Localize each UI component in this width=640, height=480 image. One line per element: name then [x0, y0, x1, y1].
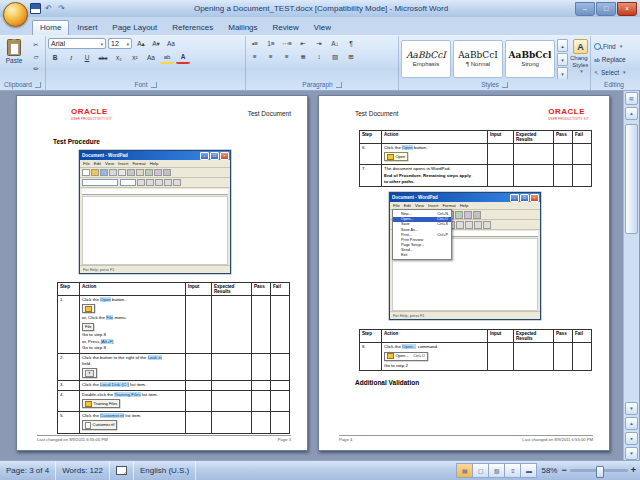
- undo-button[interactable]: ↶: [43, 3, 54, 15]
- wordpad-maximize-icon: □: [520, 194, 529, 202]
- increase-indent-button[interactable]: ⇥: [312, 38, 326, 49]
- multilevel-list-button[interactable]: ⋯≡: [280, 38, 294, 49]
- outline-view-button[interactable]: ≡: [504, 463, 521, 478]
- language-indicator[interactable]: English (U.S.): [134, 461, 196, 480]
- gallery-up-icon[interactable]: ▴: [557, 39, 568, 52]
- dialog-launcher-icon[interactable]: [151, 82, 157, 88]
- style-preview-text: AaBbCcl: [509, 51, 552, 60]
- proofing-status-button[interactable]: [110, 461, 134, 480]
- gallery-more-icon[interactable]: ▾: [557, 67, 568, 79]
- chip-line: [82, 368, 183, 378]
- align-right-button[interactable]: ≡: [280, 51, 294, 62]
- scroll-up-button[interactable]: ▲: [625, 107, 638, 120]
- pass-cell: [252, 353, 271, 381]
- page-3[interactable]: ORACLEUSER PRODUCTIVITY KITTest Document…: [16, 95, 308, 451]
- shrink-font-button[interactable]: A▾: [149, 38, 163, 49]
- font-family-combo[interactable]: Arial ▾: [48, 38, 106, 49]
- line-spacing-button[interactable]: ↕: [312, 51, 326, 62]
- tab-view[interactable]: View: [307, 21, 338, 35]
- previous-page-button[interactable]: ▲: [625, 417, 638, 430]
- next-page-button[interactable]: ▼: [625, 447, 638, 460]
- superscript-button[interactable]: x²: [128, 52, 142, 63]
- style-normal[interactable]: AaBbCcI¶ Normal: [453, 40, 503, 78]
- print-layout-view-button[interactable]: ▤: [456, 463, 473, 478]
- tab-home[interactable]: Home: [32, 20, 69, 35]
- web-layout-view-button[interactable]: ▧: [488, 463, 505, 478]
- ruler-toggle-button[interactable]: ▤: [625, 92, 638, 105]
- zoom-slider-track[interactable]: [570, 469, 628, 472]
- zoom-out-button[interactable]: −: [561, 466, 566, 475]
- find-button[interactable]: Find▾: [593, 40, 635, 52]
- tab-references[interactable]: References: [165, 21, 220, 35]
- scrollbar-track[interactable]: [624, 121, 639, 401]
- paste-button[interactable]: Paste: [2, 39, 26, 64]
- word-count-text: Words: 122: [62, 466, 103, 475]
- word-count-indicator[interactable]: Words: 122: [56, 461, 110, 480]
- save-button[interactable]: [30, 3, 41, 15]
- underline-button[interactable]: U: [80, 52, 94, 63]
- text-highlight-button[interactable]: ab: [160, 51, 174, 64]
- sort-button[interactable]: A↓: [328, 38, 342, 49]
- bold-button[interactable]: B: [48, 52, 62, 63]
- input-cell: [186, 390, 212, 411]
- chevron-down-icon: ▾: [126, 41, 129, 47]
- scrollbar-thumb[interactable]: [625, 124, 638, 234]
- change-styles-button[interactable]: A Change Styles ▾: [570, 39, 588, 74]
- zoom-slider-thumb[interactable]: [596, 466, 604, 478]
- dialog-launcher-icon[interactable]: [35, 82, 41, 88]
- maximize-button[interactable]: □: [596, 2, 616, 16]
- zoom-in-button[interactable]: +: [631, 466, 636, 475]
- style-strong[interactable]: AaBbCclStrong: [505, 40, 555, 78]
- grow-font-button[interactable]: A▴: [134, 38, 148, 49]
- copy-button[interactable]: ▱: [29, 51, 43, 62]
- fail-cell: [271, 353, 290, 381]
- tab-mailings[interactable]: Mailings: [221, 21, 264, 35]
- font-color-button[interactable]: A: [176, 51, 190, 64]
- expected-results-cell: [212, 411, 252, 433]
- justify-button[interactable]: ≣: [296, 51, 310, 62]
- menu-item-shortcut: Ctrl+O: [437, 217, 448, 221]
- wordpad-ruler: [82, 189, 228, 195]
- clear-formatting-button[interactable]: Aa: [164, 38, 178, 49]
- subscript-button[interactable]: x₂: [112, 52, 126, 63]
- format-painter-button[interactable]: ✏: [29, 63, 43, 74]
- page-number-indicator[interactable]: Page: 3 of 4: [0, 461, 56, 480]
- footer-left-text: Page 4: [339, 437, 352, 442]
- bullets-button[interactable]: •≡: [248, 38, 262, 49]
- show-hide-button[interactable]: ¶: [344, 38, 358, 49]
- tab-insert[interactable]: Insert: [70, 21, 104, 35]
- align-left-button[interactable]: ≡: [248, 51, 262, 62]
- close-button[interactable]: ×: [617, 2, 637, 16]
- italic-button[interactable]: I: [64, 52, 78, 63]
- fail-cell: [271, 411, 290, 433]
- office-button[interactable]: [3, 2, 28, 27]
- zoom-level-button[interactable]: 58%: [541, 466, 557, 475]
- dialog-launcher-icon[interactable]: [502, 82, 508, 88]
- page-4[interactable]: Test DocumentORACLEUSER PRODUCTIVITY KIT…: [318, 95, 610, 451]
- tab-review[interactable]: Review: [266, 21, 306, 35]
- style-emphasis[interactable]: AaBbCcIEmphasis: [401, 40, 451, 78]
- scroll-down-button[interactable]: ▼: [625, 402, 638, 415]
- select-browse-object-button[interactable]: ●: [625, 432, 638, 445]
- align-center-button[interactable]: ≡: [264, 51, 278, 62]
- borders-button[interactable]: ⊞: [344, 51, 358, 62]
- change-case-button[interactable]: Aa: [144, 52, 158, 63]
- embedded-wordpad-screenshot: Document - WordPad–□×FileEditViewInsertF…: [389, 192, 541, 320]
- gallery-down-icon[interactable]: ▾: [557, 53, 568, 66]
- strikethrough-button[interactable]: abc: [96, 52, 110, 63]
- decrease-indent-button[interactable]: ⇤: [296, 38, 310, 49]
- font-size-combo[interactable]: 12 ▾: [108, 38, 132, 49]
- ui-element-chip: [82, 304, 95, 313]
- cut-button[interactable]: ✂: [29, 39, 43, 50]
- replace-button[interactable]: Replace: [593, 53, 635, 65]
- shading-button[interactable]: ▨: [328, 51, 342, 62]
- minimize-button[interactable]: –: [575, 2, 595, 16]
- full-screen-reading-view-button[interactable]: ▢: [472, 463, 489, 478]
- tab-page-layout[interactable]: Page Layout: [105, 21, 164, 35]
- select-button[interactable]: Select▾: [593, 66, 635, 78]
- draft-view-button[interactable]: ▬: [520, 463, 537, 478]
- numbering-button[interactable]: 1≡: [264, 38, 278, 49]
- redo-button[interactable]: ↷: [56, 3, 67, 15]
- dialog-launcher-icon[interactable]: [336, 82, 342, 88]
- step-cell: 2.: [58, 353, 80, 381]
